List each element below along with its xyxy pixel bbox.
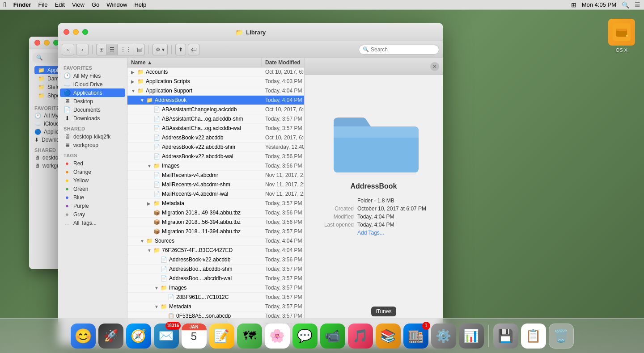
dock-diskutil[interactable]: 💾 xyxy=(493,324,518,349)
table-row[interactable]: ▶ 📁 Application Scripts Today, 4:03 PM -… xyxy=(127,77,304,86)
file-list[interactable]: Name ▲ Date Modified Size Kind ▶ 📁 Accou… xyxy=(127,58,304,345)
dock-systemprefs[interactable]: ⚙️ xyxy=(431,324,456,349)
icon-view-button[interactable]: ⊞ xyxy=(96,44,106,55)
dock-safari[interactable]: 🧭 xyxy=(126,324,151,349)
dock-facetime[interactable]: 📹 xyxy=(320,324,345,349)
dock-messages[interactable]: 💬 xyxy=(292,324,318,349)
table-row[interactable]: ▼ 📁 Images Today, 3:57 PM -- Folder xyxy=(127,283,304,293)
dock-calendar[interactable]: JAN 5 xyxy=(182,324,207,349)
dock-appstore[interactable]: 🏬 1 xyxy=(403,324,428,349)
dock-photos[interactable]: 🌸 xyxy=(265,324,290,349)
expand-icon[interactable]: ▼ xyxy=(147,248,152,253)
search-input[interactable] xyxy=(371,46,435,53)
table-row[interactable]: ▼ 📁 76F26C57-4F...B3CC4427ED Today, 4:04… xyxy=(127,246,304,255)
cover-flow-button[interactable]: ▤ xyxy=(134,44,145,55)
search-icon[interactable]: 🔍 xyxy=(622,1,629,8)
dock-launchpad[interactable]: 🚀 xyxy=(98,324,123,349)
expand-icon[interactable]: ▼ xyxy=(140,239,144,244)
sidebar-workgroup[interactable]: 🖥 workgroup xyxy=(60,141,125,149)
table-row[interactable]: 📄 AddressBook-v22.abcddb Today, 3:56 PM … xyxy=(127,255,304,265)
dock-ibooks[interactable]: 📚 xyxy=(376,324,401,349)
file-menu[interactable]: File xyxy=(38,1,48,8)
sidebar-icloud-drive[interactable]: ☁️ iCloud Drive xyxy=(60,80,125,88)
expand-icon[interactable]: ▼ xyxy=(140,98,144,103)
add-tags-link[interactable]: Add Tags... xyxy=(357,230,434,236)
dock-trash[interactable]: 🗑️ xyxy=(549,324,574,349)
expand-icon[interactable]: ▼ xyxy=(147,164,152,168)
sidebar-all-tags[interactable]: ... All Tags... xyxy=(60,219,125,227)
edit-menu[interactable]: Edit xyxy=(55,1,65,8)
screen-share-icon[interactable]: ⊞ xyxy=(571,1,576,8)
go-menu[interactable]: Go xyxy=(92,1,99,8)
sidebar-tag-green[interactable]: ● Green xyxy=(60,185,125,193)
table-row[interactable]: 📄 ABAssistantChangelog.aclcddb Oct 10, 2… xyxy=(127,105,304,114)
expand-icon[interactable]: ▶ xyxy=(147,201,152,206)
sidebar-all-my-files[interactable]: 🕐 All My Files xyxy=(60,71,125,80)
dock-itunes[interactable]: 🎵 xyxy=(348,324,373,349)
close-preview-button[interactable]: ✕ xyxy=(430,62,439,71)
close-button-main[interactable] xyxy=(64,29,69,35)
sidebar-tag-yellow[interactable]: ● Yellow xyxy=(60,176,125,185)
table-row[interactable]: 📄 AddressBoo....abcddb-wal Today, 3:57 P… xyxy=(127,274,304,283)
dock-activitymonitor[interactable]: 📊 xyxy=(459,324,484,349)
dock-maps[interactable]: 🗺 xyxy=(237,324,262,349)
table-row[interactable]: ▶ 📁 Accounts Oct 10, 2017, 6:07 PM -- Fo… xyxy=(127,67,304,77)
table-row[interactable]: ▼ 📁 AddressBook Today, 4:04 PM -- Folder xyxy=(127,96,304,105)
sidebar-tag-red[interactable]: ● Red xyxy=(60,159,125,168)
dock-notes[interactable]: 📝 xyxy=(209,324,234,349)
sidebar-desktop-kikq2fk[interactable]: 🖥 desktop-kikq2fk xyxy=(60,132,125,141)
share-button[interactable]: ⬆ xyxy=(175,44,186,55)
table-row[interactable]: ▼ 📁 Sources Today, 4:04 PM -- Folder xyxy=(127,236,304,246)
expand-icon[interactable]: ▼ xyxy=(154,286,159,290)
dock-textedit[interactable]: 📋 xyxy=(521,324,546,349)
forward-button[interactable]: › xyxy=(76,44,89,55)
list-icon[interactable]: ☰ xyxy=(635,1,640,8)
close-button-secondary[interactable] xyxy=(34,40,40,46)
table-row[interactable]: 📄 28BF961E...7C1012C Today, 3:57 PM 50 K… xyxy=(127,293,304,302)
table-row[interactable]: 📦 Migration 2018...49-394.abbu.tbz Today… xyxy=(127,208,304,218)
help-menu[interactable]: Help xyxy=(134,1,146,8)
sidebar-applications[interactable]: 🔵 Applications xyxy=(60,88,125,97)
table-row[interactable]: 📄 MailRecents-v4.abcdmr Nov 11, 2017, 2:… xyxy=(127,171,304,180)
table-row[interactable]: 📄 MailRecents-v4.abcdmr-shm Nov 11, 2017… xyxy=(127,180,304,189)
table-row[interactable]: 📄 AddressBoo...abcddb-shm Today, 3:57 PM… xyxy=(127,265,304,274)
col-modified-header[interactable]: Date Modified xyxy=(262,58,304,67)
minimize-button-secondary[interactable] xyxy=(44,40,50,46)
sidebar-tag-orange[interactable]: ● Orange xyxy=(60,168,125,176)
table-row[interactable]: 📦 Migration 2018...11-394.abbu.tbz Today… xyxy=(127,227,304,236)
sidebar-desktop[interactable]: 🖥 Desktop xyxy=(60,97,125,105)
view-menu[interactable]: View xyxy=(72,1,85,8)
table-row[interactable]: 📄 ABAssistantCha...og.aclcddb-wal Today,… xyxy=(127,124,304,133)
table-row[interactable]: 📄 AddressBook-v22.abcddb-wal Today, 3:56… xyxy=(127,152,304,161)
table-row[interactable]: ▼ 📁 Application Support Today, 4:04 PM -… xyxy=(127,86,304,96)
sidebar-downloads[interactable]: ⬇ Downloads xyxy=(60,114,125,122)
apple-menu[interactable]:  xyxy=(4,1,6,9)
expand-icon[interactable]: ▶ xyxy=(131,70,136,75)
sidebar-tag-blue[interactable]: ● Blue xyxy=(60,193,125,202)
dock-finder[interactable]: 😊 xyxy=(71,324,96,349)
table-row[interactable]: 📄 AddressBook-v22.abcddb-shm Yesterday, … xyxy=(127,143,304,152)
finder-menu[interactable]: Finder xyxy=(13,1,31,8)
sidebar-tag-purple[interactable]: ● Purple xyxy=(60,202,125,210)
window-menu[interactable]: Window xyxy=(106,1,127,8)
table-row[interactable]: 📄 ABAssistantCha...og.aclcddb-shm Today,… xyxy=(127,114,304,124)
sidebar-documents[interactable]: 📄 Documents xyxy=(60,105,125,114)
expand-icon[interactable]: ▶ xyxy=(131,79,136,84)
back-button[interactable]: ‹ xyxy=(62,44,74,55)
column-view-button[interactable]: ⋮⋮ xyxy=(117,44,134,55)
table-row[interactable]: 📄 MailRecents-v4.abcdmr-wal Nov 11, 2017… xyxy=(127,189,304,199)
table-row[interactable]: 📦 Migration 2018...56-394.abbu.tbz Today… xyxy=(127,218,304,227)
fullscreen-button-main[interactable] xyxy=(82,29,88,35)
search-box[interactable]: 🔍 xyxy=(359,45,439,55)
table-row[interactable]: ▼ 📁 Metadata Today, 3:57 PM -- Folder xyxy=(127,302,304,311)
list-view-button[interactable]: ☰ xyxy=(106,44,117,55)
col-name-header[interactable]: Name ▲ xyxy=(127,58,262,67)
table-row[interactable]: 📄 AddressBook-v22.abcddb Oct 10, 2017, 6… xyxy=(127,133,304,143)
sidebar-tag-gray[interactable]: ● Gray xyxy=(60,210,125,219)
table-row[interactable]: ▼ 📁 Images Today, 3:56 PM -- Folder xyxy=(127,161,304,171)
osx-disk-icon[interactable]: OS X xyxy=(608,19,635,53)
expand-icon[interactable]: ▼ xyxy=(154,304,159,309)
table-row[interactable]: ▶ 📁 Metadata Today, 3:57 PM -- Folder xyxy=(127,199,304,208)
expand-icon[interactable]: ▼ xyxy=(131,88,136,93)
action-button[interactable]: ⚙ ▾ xyxy=(153,44,168,55)
